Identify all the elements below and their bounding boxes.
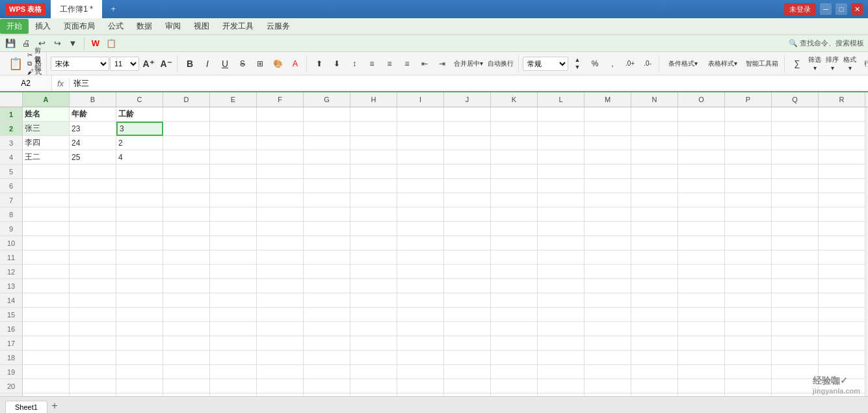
- cell-Q7[interactable]: [772, 193, 819, 207]
- cell-P4[interactable]: [725, 150, 772, 165]
- menu-cloud[interactable]: 云服务: [260, 19, 296, 34]
- cell-J6[interactable]: [444, 179, 491, 193]
- cell-D5[interactable]: [163, 165, 210, 179]
- cell-M11[interactable]: [585, 250, 631, 265]
- cell-P19[interactable]: [725, 365, 772, 379]
- cell-A16[interactable]: [23, 322, 70, 336]
- cell-L9[interactable]: [538, 222, 585, 236]
- cell-H2[interactable]: [350, 122, 397, 136]
- cell-F2[interactable]: [257, 122, 304, 136]
- cell-M1[interactable]: [585, 107, 631, 122]
- cell-D7[interactable]: [163, 193, 210, 207]
- cell-H6[interactable]: [350, 179, 397, 193]
- cell-C6[interactable]: [116, 179, 163, 193]
- cell-K12[interactable]: [491, 265, 538, 279]
- cell-E5[interactable]: [210, 165, 257, 179]
- cell-A21[interactable]: [23, 393, 70, 396]
- cell-K5[interactable]: [491, 165, 538, 179]
- cell-N17[interactable]: [631, 336, 678, 351]
- cell-H9[interactable]: [350, 222, 397, 236]
- cell-M18[interactable]: [585, 351, 631, 365]
- cell-F3[interactable]: [257, 136, 304, 150]
- cell-M7[interactable]: [585, 193, 631, 207]
- cell-C3[interactable]: 2: [116, 136, 163, 150]
- cell-C12[interactable]: [116, 265, 163, 279]
- cell-D15[interactable]: [163, 308, 210, 322]
- increase-decimal-button[interactable]: .0+: [622, 55, 638, 72]
- col-header-M[interactable]: M: [585, 92, 631, 107]
- cell-C21[interactable]: [116, 393, 163, 396]
- cell-L14[interactable]: [538, 293, 585, 308]
- cell-G2[interactable]: [304, 122, 350, 136]
- cell-Q4[interactable]: [772, 150, 819, 165]
- font-color-button[interactable]: A: [287, 55, 304, 72]
- cell-G9[interactable]: [304, 222, 350, 236]
- cell-C9[interactable]: [116, 222, 163, 236]
- cell-C4[interactable]: 4: [116, 150, 163, 165]
- cell-C11[interactable]: [116, 250, 163, 265]
- cell-N3[interactable]: [631, 136, 678, 150]
- cell-R15[interactable]: [819, 308, 865, 322]
- cell-N14[interactable]: [631, 293, 678, 308]
- cell-I21[interactable]: [397, 393, 444, 396]
- cell-J3[interactable]: [444, 136, 491, 150]
- cell-D2[interactable]: [163, 122, 210, 136]
- cell-L7[interactable]: [538, 193, 585, 207]
- cell-K15[interactable]: [491, 308, 538, 322]
- cell-R13[interactable]: [819, 279, 865, 293]
- cell-I11[interactable]: [397, 250, 444, 265]
- cell-H20[interactable]: [350, 379, 397, 393]
- cell-M17[interactable]: [585, 336, 631, 351]
- row-num-13[interactable]: 13: [0, 279, 23, 293]
- number-format-select[interactable]: 常规: [523, 57, 568, 71]
- cell-D19[interactable]: [163, 365, 210, 379]
- cell-P8[interactable]: [725, 207, 772, 222]
- cell-K7[interactable]: [491, 193, 538, 207]
- cell-A12[interactable]: [23, 265, 70, 279]
- cell-A10[interactable]: [23, 236, 70, 250]
- add-sheet-button[interactable]: +: [47, 399, 62, 413]
- cell-E8[interactable]: [210, 207, 257, 222]
- cell-O16[interactable]: [678, 322, 725, 336]
- cell-O10[interactable]: [678, 236, 725, 250]
- cell-I4[interactable]: [397, 150, 444, 165]
- cell-Q1[interactable]: [772, 107, 819, 122]
- cell-M13[interactable]: [585, 279, 631, 293]
- cell-R8[interactable]: [819, 207, 865, 222]
- cell-O1[interactable]: [678, 107, 725, 122]
- cell-H12[interactable]: [350, 265, 397, 279]
- cell-J5[interactable]: [444, 165, 491, 179]
- cell-E18[interactable]: [210, 351, 257, 365]
- cell-I5[interactable]: [397, 165, 444, 179]
- cell-A11[interactable]: [23, 250, 70, 265]
- cell-K11[interactable]: [491, 250, 538, 265]
- row-num-3[interactable]: 3: [0, 136, 23, 150]
- cell-L2[interactable]: [538, 122, 585, 136]
- cell-N10[interactable]: [631, 236, 678, 250]
- cell-N16[interactable]: [631, 322, 678, 336]
- cell-A7[interactable]: [23, 193, 70, 207]
- cell-G12[interactable]: [304, 265, 350, 279]
- cell-A20[interactable]: [23, 379, 70, 393]
- col-header-B[interactable]: B: [70, 92, 116, 107]
- cell-E14[interactable]: [210, 293, 257, 308]
- cell-K16[interactable]: [491, 322, 538, 336]
- cell-F9[interactable]: [257, 222, 304, 236]
- cell-J18[interactable]: [444, 351, 491, 365]
- cell-L16[interactable]: [538, 322, 585, 336]
- cell-H1[interactable]: [350, 107, 397, 122]
- indent-decrease-button[interactable]: ⇤: [416, 55, 433, 72]
- cell-L20[interactable]: [538, 379, 585, 393]
- cell-J20[interactable]: [444, 379, 491, 393]
- cell-ref-input[interactable]: A2: [0, 75, 52, 91]
- cell-G18[interactable]: [304, 351, 350, 365]
- cell-J15[interactable]: [444, 308, 491, 322]
- cell-M15[interactable]: [585, 308, 631, 322]
- cell-R16[interactable]: [819, 322, 865, 336]
- row-num-4[interactable]: 4: [0, 150, 23, 165]
- menu-start[interactable]: 开始: [0, 19, 29, 34]
- cell-C19[interactable]: [116, 365, 163, 379]
- col-header-I[interactable]: I: [397, 92, 444, 107]
- cell-I13[interactable]: [397, 279, 444, 293]
- italic-button[interactable]: I: [199, 55, 216, 72]
